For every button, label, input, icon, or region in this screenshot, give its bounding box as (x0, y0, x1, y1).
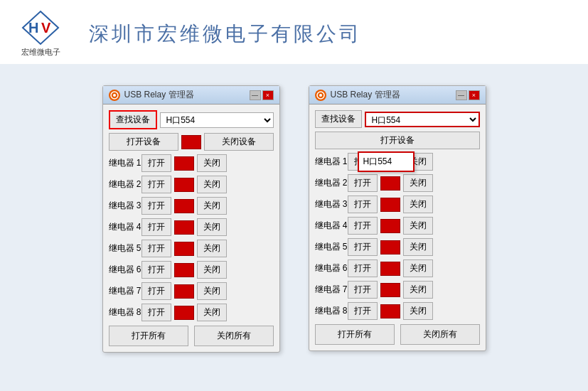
titlebar-icon-2 (315, 90, 326, 101)
relay-open-2-3[interactable]: 打开 (348, 196, 378, 213)
relay-close-2-3[interactable]: 关闭 (403, 196, 433, 213)
relay-close-1-2[interactable]: 关闭 (197, 176, 227, 193)
open-all-button-2[interactable]: 打开所有 (315, 324, 395, 345)
logo-text: 宏维微电子 (21, 47, 60, 58)
relay-open-1-2[interactable]: 打开 (141, 176, 171, 193)
titlebar-icon-1 (109, 90, 120, 101)
relay-row-2-2: 继电器 2 打开 关闭 (315, 174, 480, 192)
dropdown-popup-2[interactable]: H口554 (358, 151, 415, 172)
svg-text:V: V (41, 20, 51, 36)
relay-open-2-6[interactable]: 打开 (348, 259, 378, 277)
relay-status-1-1 (174, 156, 194, 171)
window-panel-2-wrapper: USB Relay 管理器 — × 查找设备 H口554 打开设备 (309, 85, 486, 351)
relay-label-2-6: 继电器 6 (315, 262, 345, 274)
relay-status-2-7 (380, 283, 400, 297)
relay-label-1-5: 继电器 5 (109, 242, 139, 255)
relay-close-2-7[interactable]: 关闭 (403, 281, 433, 299)
company-logo: H V (21, 10, 60, 45)
minimize-button-1[interactable]: — (250, 90, 261, 100)
relay-close-2-6[interactable]: 关闭 (403, 259, 433, 277)
relay-open-2-4[interactable]: 打开 (348, 217, 378, 235)
relay-status-1-2 (174, 178, 194, 192)
relay-row-1-6: 继电器 6 打开 关闭 (109, 261, 274, 279)
close-button-2[interactable]: × (469, 90, 480, 100)
status-indicator-1 (181, 135, 201, 149)
close-all-button-2[interactable]: 关闭所有 (400, 324, 480, 345)
relay-close-1-8[interactable]: 关闭 (197, 304, 227, 321)
window-title-2: USB Relay 管理器 (331, 89, 456, 101)
relay-open-1-4[interactable]: 打开 (141, 218, 171, 236)
relay-label-2-7: 继电器 7 (315, 284, 345, 296)
relay-status-2-4 (380, 219, 400, 233)
company-name: 深圳市宏维微电子有限公司 (89, 21, 362, 48)
relay-open-1-5[interactable]: 打开 (141, 240, 171, 257)
relay-open-2-2[interactable]: 打开 (348, 174, 378, 192)
relay-label-2-4: 继电器 4 (315, 220, 345, 232)
scan-row-2: 查找设备 H口554 (315, 110, 480, 128)
relay-close-2-5[interactable]: 关闭 (403, 238, 433, 256)
relay-label-1-1: 继电器 1 (109, 157, 139, 169)
relay-label-2-2: 继电器 2 (315, 177, 345, 189)
window-panel-1: USB Relay 管理器 — × 查找设备 H口554 打开设备 关闭设备 (102, 85, 280, 353)
relay-open-1-1[interactable]: 打开 (141, 154, 171, 172)
window-panel-2: USB Relay 管理器 — × 查找设备 H口554 打开设备 (309, 85, 486, 351)
device-control-row-2: 打开设备 (315, 132, 480, 149)
port-select-1[interactable]: H口554 (160, 112, 274, 128)
logo-area: H V 宏维微电子 (21, 10, 60, 58)
relay-row-2-4: 继电器 4 打开 关闭 (315, 217, 480, 235)
relay-row-1-7: 继电器 7 打开 关闭 (109, 282, 274, 300)
relay-label-1-8: 继电器 8 (109, 306, 139, 318)
relay-open-1-6[interactable]: 打开 (141, 261, 171, 279)
relay-status-2-5 (380, 240, 400, 255)
relay-open-1-7[interactable]: 打开 (141, 282, 171, 300)
open-device-button-2[interactable]: 打开设备 (315, 132, 480, 149)
scan-button-1[interactable]: 查找设备 (109, 110, 157, 129)
relay-open-1-3[interactable]: 打开 (141, 197, 171, 215)
close-button-1[interactable]: × (262, 90, 274, 100)
relay-row-2-5: 继电器 5 打开 关闭 (315, 238, 480, 256)
relay-status-1-4 (174, 220, 194, 235)
open-device-button-1[interactable]: 打开设备 (109, 133, 178, 151)
relay-close-2-2[interactable]: 关闭 (403, 174, 433, 192)
relay-label-1-3: 继电器 3 (109, 200, 139, 212)
relay-close-1-1[interactable]: 关闭 (197, 154, 227, 172)
minimize-button-2[interactable]: — (456, 90, 467, 100)
relay-row-1-1: 继电器 1 打开 关闭 (109, 154, 274, 172)
relay-status-1-3 (174, 199, 194, 213)
relay-open-2-5[interactable]: 打开 (348, 238, 378, 256)
relay-label-2-8: 继电器 8 (315, 305, 345, 317)
relay-label-1-4: 继电器 4 (109, 221, 139, 233)
relay-row-2-8: 继电器 8 打开 关闭 (315, 302, 480, 320)
relay-open-2-7[interactable]: 打开 (348, 281, 378, 299)
relay-close-1-7[interactable]: 关闭 (197, 282, 227, 300)
bottom-row-2: 打开所有 关闭所有 (315, 324, 480, 345)
relay-status-1-5 (174, 242, 194, 256)
relay-close-1-6[interactable]: 关闭 (197, 261, 227, 279)
titlebar-1: USB Relay 管理器 — × (103, 86, 279, 105)
titlebar-controls-2: — × (456, 90, 480, 100)
relay-close-2-8[interactable]: 关闭 (403, 302, 433, 320)
scan-button-2[interactable]: 查找设备 (315, 110, 362, 128)
relay-close-1-4[interactable]: 关闭 (197, 218, 227, 236)
port-select-2[interactable]: H口554 (365, 112, 480, 127)
relay-open-2-8[interactable]: 打开 (348, 302, 378, 320)
relay-row-1-4: 继电器 4 打开 关闭 (109, 218, 274, 236)
relay-list-2: 继电器 1 打开 关闭 继电器 2 打开 关闭 继电器 3 打开 关闭 继电器 … (315, 153, 480, 320)
window-title-1: USB Relay 管理器 (124, 89, 250, 101)
relay-row-1-8: 继电器 8 打开 关闭 (109, 304, 274, 321)
relay-open-1-8[interactable]: 打开 (141, 304, 171, 321)
open-all-button-1[interactable]: 打开所有 (109, 326, 188, 346)
close-all-button-1[interactable]: 关闭所有 (194, 326, 274, 346)
relay-status-1-7 (174, 284, 194, 299)
dropdown-option-1[interactable]: H口554 (363, 156, 392, 166)
relay-label-2-5: 继电器 5 (315, 241, 345, 253)
relay-close-2-4[interactable]: 关闭 (403, 217, 433, 235)
relay-close-1-3[interactable]: 关闭 (197, 197, 227, 215)
close-device-button-1[interactable]: 关闭设备 (204, 133, 274, 151)
relay-row-1-3: 继电器 3 打开 关闭 (109, 197, 274, 215)
svg-point-4 (113, 94, 116, 97)
window-body-1: 查找设备 H口554 打开设备 关闭设备 继电器 1 打开 关闭 继电器 2 打… (103, 105, 279, 352)
bottom-row-1: 打开所有 关闭所有 (109, 326, 274, 346)
relay-status-2-3 (380, 198, 400, 212)
relay-close-1-5[interactable]: 关闭 (197, 240, 227, 257)
